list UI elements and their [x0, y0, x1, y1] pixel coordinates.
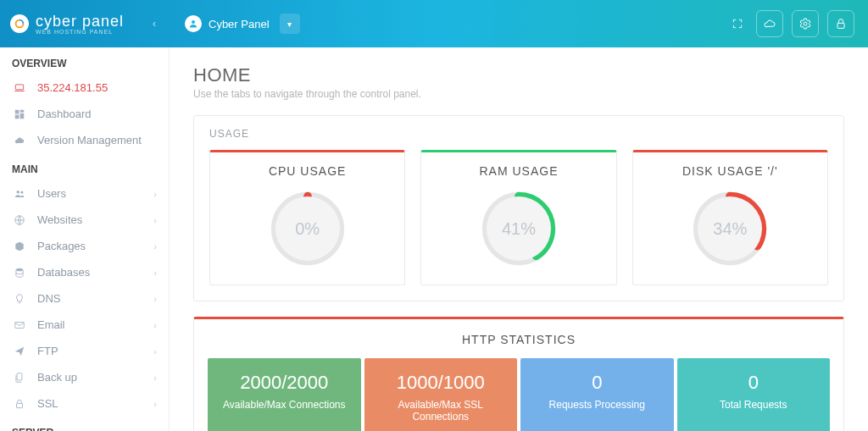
chevron-right-icon: › [153, 399, 157, 409]
stat-label: Total Requests [684, 399, 824, 411]
sidebar-item-label: Websites [37, 213, 82, 226]
brand-text-wrap: cyber panel WEB HOSTING PANEL [36, 13, 124, 35]
usage-card: CPU USAGE0% [209, 150, 405, 285]
dashboard-icon [12, 108, 27, 120]
chevron-right-icon: › [153, 294, 157, 304]
stat-card: 2000/2000Available/Max Connections [208, 358, 361, 431]
chevron-right-icon: › [153, 346, 157, 356]
sidebar-item-label: 35.224.181.55 [37, 81, 108, 94]
sidebar-item-label: Users [37, 187, 66, 200]
usage-card-title: RAM USAGE [479, 164, 558, 178]
usage-card: DISK USAGE '/'34% [632, 150, 828, 285]
svg-rect-12 [15, 322, 25, 328]
user-name: Cyber Panel [209, 18, 270, 30]
chevron-right-icon: › [153, 215, 157, 225]
usage-gauge: 0% [267, 188, 348, 269]
brand-sub: WEB HOSTING PANEL [36, 29, 124, 35]
sidebar-item-label: DNS [37, 292, 60, 305]
sidebar-item-ssl[interactable]: SSL› [0, 390, 169, 417]
chevron-right-icon: › [153, 241, 157, 251]
brand: cyber panel WEB HOSTING PANEL ‹ [0, 0, 170, 47]
sidebar-section-title: OVERVIEW [0, 47, 169, 75]
sidebar-item-label: Version Management [37, 134, 142, 146]
sidebar-item-dns[interactable]: DNS› [0, 285, 169, 312]
sidebar-item-label: FTP [37, 345, 58, 357]
sidebar-item-websites[interactable]: Websites› [0, 207, 169, 233]
svg-point-9 [20, 191, 23, 193]
sidebar-item-label: Databases [37, 266, 90, 279]
laptop-icon [12, 82, 27, 94]
usage-row: CPU USAGE0%RAM USAGE41%DISK USAGE '/'34% [209, 150, 828, 285]
bulb-icon [12, 293, 27, 305]
usage-panel: USAGE CPU USAGE0%RAM USAGE41%DISK USAGE … [193, 115, 844, 301]
svg-rect-6 [20, 113, 25, 118]
usage-gauge: 41% [478, 188, 559, 269]
sidebar: OVERVIEW35.224.181.55DashboardVersion Ma… [0, 47, 170, 431]
sidebar-item-users[interactable]: Users› [0, 180, 169, 207]
chevron-right-icon: › [153, 320, 157, 330]
sidebar-item-label: Email [37, 318, 65, 331]
chevron-right-icon: › [153, 189, 157, 199]
http-stats-panel: HTTP STATISTICS 2000/2000Available/Max C… [193, 317, 844, 431]
stat-value: 1000/1000 [371, 372, 511, 394]
stat-label: Available/Max SSL Connections [371, 399, 511, 423]
stat-value: 0 [684, 372, 824, 394]
usage-percent: 34% [698, 196, 762, 261]
sidebar-collapse-toggle[interactable]: ‹ [146, 15, 163, 32]
cloud-icon [12, 135, 27, 146]
sidebar-item-back-up[interactable]: Back up› [0, 364, 169, 390]
svg-point-1 [804, 22, 807, 25]
sidebar-section-title: MAIN [0, 153, 169, 180]
earth-icon [12, 214, 27, 226]
sidebar-item-packages[interactable]: Packages› [0, 233, 169, 259]
user-dropdown[interactable]: Cyber Panel ▾ [170, 14, 300, 34]
usage-card: RAM USAGE41% [420, 150, 616, 285]
sidebar-item-ftp[interactable]: FTP› [0, 338, 169, 364]
svg-rect-7 [15, 114, 19, 119]
topbar-actions [727, 10, 868, 37]
svg-rect-4 [15, 109, 19, 113]
chevron-right-icon: › [153, 373, 157, 383]
main-content: HOME Use the tabs to navigate through th… [170, 47, 868, 431]
sidebar-item-35-224-181-55[interactable]: 35.224.181.55 [0, 75, 169, 101]
cloud-button[interactable] [756, 10, 783, 37]
sidebar-item-email[interactable]: Email› [0, 312, 169, 338]
brand-name: cyber panel [36, 13, 124, 30]
files-icon [12, 372, 27, 384]
usage-card-title: DISK USAGE '/' [682, 164, 778, 178]
svg-rect-13 [17, 373, 22, 379]
package-icon [12, 240, 27, 252]
logo-icon [10, 14, 29, 33]
sidebar-item-databases[interactable]: Databases› [0, 259, 169, 285]
sidebar-item-version-management[interactable]: Version Management [0, 127, 169, 153]
usage-gauge: 34% [689, 188, 771, 269]
sidebar-item-dashboard[interactable]: Dashboard [0, 101, 169, 127]
svg-point-0 [192, 20, 195, 24]
database-icon [12, 267, 27, 279]
page-title: HOME [193, 64, 844, 86]
svg-rect-2 [837, 23, 844, 28]
sidebar-item-label: Packages [37, 240, 86, 252]
stat-label: Available/Max Connections [214, 399, 354, 411]
svg-rect-5 [20, 109, 25, 112]
sidebar-item-label: SSL [37, 397, 58, 410]
settings-button[interactable] [792, 10, 819, 37]
usage-heading: USAGE [209, 128, 828, 140]
svg-point-8 [17, 190, 20, 193]
http-stats-row: 2000/2000Available/Max Connections1000/1… [208, 358, 830, 431]
chevron-down-icon[interactable]: ▾ [280, 14, 300, 34]
lock-icon [12, 398, 27, 410]
usage-percent: 0% [275, 196, 340, 261]
chevron-right-icon: › [153, 268, 157, 278]
stat-value: 2000/2000 [214, 372, 354, 394]
users-icon [12, 188, 27, 200]
sidebar-item-label: Dashboard [37, 108, 92, 120]
usage-percent: 41% [487, 196, 551, 261]
lock-button[interactable] [827, 10, 854, 37]
stat-card: 1000/1000Available/Max SSL Connections [364, 358, 518, 431]
stat-value: 0 [527, 372, 667, 394]
fullscreen-button[interactable] [727, 10, 748, 37]
svg-rect-3 [15, 84, 23, 89]
send-icon [12, 345, 27, 357]
stat-card: 0Requests Processing [520, 358, 674, 431]
